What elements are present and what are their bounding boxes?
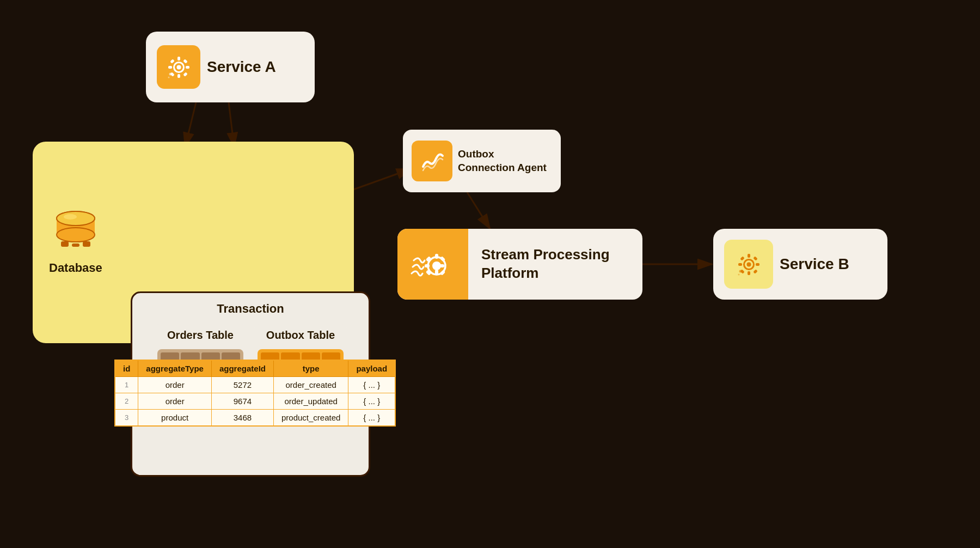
stream-icon bbox=[408, 240, 457, 289]
svg-rect-15 bbox=[170, 59, 174, 63]
squiggle-icon bbox=[419, 148, 446, 175]
svg-point-40 bbox=[746, 262, 751, 266]
row1-payload: { ... } bbox=[348, 377, 395, 393]
row1-aggregate-type: order bbox=[138, 377, 212, 393]
svg-rect-27 bbox=[72, 243, 79, 247]
svg-rect-16 bbox=[183, 59, 187, 63]
diagram-container: Service A Database Transaction bbox=[0, 0, 980, 548]
svg-line-5 bbox=[467, 192, 490, 229]
orders-table-header: Orders Table bbox=[154, 324, 247, 346]
stream-platform-label: Stream Processing Platform bbox=[468, 246, 642, 283]
svg-rect-28 bbox=[83, 241, 90, 247]
database-area: Database Transaction Orders Table bbox=[33, 142, 354, 343]
svg-rect-41 bbox=[748, 254, 750, 258]
svg-point-23 bbox=[57, 228, 95, 242]
svg-point-50 bbox=[738, 273, 739, 275]
svg-point-24 bbox=[57, 211, 95, 226]
table-row: 1 order 5272 order_created { ... } bbox=[115, 377, 395, 393]
svg-rect-45 bbox=[740, 256, 744, 260]
col-id: id bbox=[115, 360, 138, 377]
svg-rect-12 bbox=[177, 74, 180, 78]
service-b-label: Service B bbox=[780, 255, 849, 273]
col-payload: payload bbox=[348, 360, 395, 377]
svg-rect-42 bbox=[748, 271, 750, 275]
service-a-label: Service A bbox=[207, 58, 276, 76]
transaction-label: Transaction bbox=[141, 302, 360, 316]
svg-rect-33 bbox=[425, 264, 430, 267]
row2-type: order_updated bbox=[273, 393, 348, 410]
svg-line-3 bbox=[229, 102, 234, 147]
stream-processing-box: Stream Processing Platform bbox=[397, 229, 642, 300]
gear-b-icon bbox=[734, 249, 764, 279]
table-row: 2 order 9674 order_updated { ... } bbox=[115, 393, 395, 410]
row3-id: 3 bbox=[115, 410, 138, 427]
svg-rect-43 bbox=[738, 263, 742, 266]
row3-aggregate-type: product bbox=[138, 410, 212, 427]
svg-rect-26 bbox=[61, 241, 69, 247]
svg-point-10 bbox=[176, 65, 181, 69]
col-aggregate-id: aggregateId bbox=[211, 360, 273, 377]
outbox-agent-box: Outbox Connection Agent bbox=[403, 130, 561, 192]
svg-point-20 bbox=[168, 76, 169, 78]
row2-aggregate-id: 9674 bbox=[211, 393, 273, 410]
database-icon bbox=[51, 210, 100, 253]
svg-rect-32 bbox=[435, 270, 438, 275]
row1-id: 1 bbox=[115, 377, 138, 393]
stream-icon-area bbox=[397, 229, 468, 300]
row1-aggregate-id: 5272 bbox=[211, 377, 273, 393]
svg-point-25 bbox=[64, 214, 77, 220]
row1-type: order_created bbox=[273, 377, 348, 393]
row2-aggregate-type: order bbox=[138, 393, 212, 410]
svg-point-19 bbox=[169, 72, 171, 75]
svg-rect-31 bbox=[435, 254, 438, 259]
col-type: type bbox=[273, 360, 348, 377]
row3-payload: { ... } bbox=[348, 410, 395, 427]
database-label: Database bbox=[49, 261, 102, 275]
database-icon-area: Database bbox=[49, 210, 102, 275]
row2-payload: { ... } bbox=[348, 393, 395, 410]
svg-rect-44 bbox=[756, 263, 759, 266]
service-b-box: Service B bbox=[713, 229, 887, 300]
outbox-agent-label: Outbox Connection Agent bbox=[458, 148, 552, 174]
outbox-table-header: Outbox Table bbox=[254, 324, 347, 346]
svg-rect-18 bbox=[183, 72, 187, 76]
outbox-data-table: id aggregateType aggregateId type payloa… bbox=[114, 360, 396, 427]
row2-id: 2 bbox=[115, 393, 138, 410]
svg-rect-11 bbox=[177, 57, 180, 60]
row3-aggregate-id: 3468 bbox=[211, 410, 273, 427]
service-b-icon bbox=[724, 240, 773, 289]
col-aggregate-type: aggregateType bbox=[138, 360, 212, 377]
service-a-icon bbox=[157, 45, 200, 89]
gear-icon bbox=[164, 52, 194, 82]
svg-rect-48 bbox=[753, 269, 757, 273]
row3-type: product_created bbox=[273, 410, 348, 427]
svg-line-2 bbox=[185, 102, 196, 147]
svg-rect-14 bbox=[186, 66, 189, 69]
service-a-box: Service A bbox=[146, 32, 315, 102]
svg-rect-13 bbox=[168, 66, 172, 69]
outbox-agent-icon bbox=[412, 141, 452, 181]
table-row: 3 product 3468 product_created { ... } bbox=[115, 410, 395, 427]
svg-rect-46 bbox=[753, 256, 757, 260]
svg-point-49 bbox=[739, 270, 742, 272]
svg-rect-34 bbox=[439, 264, 444, 267]
